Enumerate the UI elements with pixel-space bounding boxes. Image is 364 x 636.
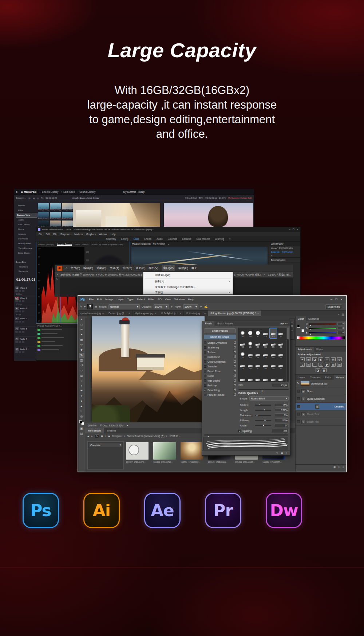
quick-selection-tool-icon[interactable]: ✦	[79, 332, 84, 337]
project-item[interactable]	[36, 332, 78, 336]
menu-help[interactable]: Help	[188, 298, 194, 301]
close-tab-icon[interactable]: ×	[155, 312, 156, 315]
workspace-color-active[interactable]: Color	[134, 238, 139, 240]
media-clip[interactable]: Amalfi_Coast_A...	[38, 212, 49, 219]
menu-view[interactable]: View	[165, 298, 171, 301]
option-smoothing-checked[interactable]: ✓Smoothing	[204, 388, 236, 393]
lumetri-sequence-link[interactable]: Sequence - 4nd Revision	[269, 250, 300, 254]
menu-item-new-window[interactable]: 新建窗口(W)	[143, 272, 233, 278]
brush-preset[interactable]: 50	[269, 349, 277, 360]
gradient-map-adjustment-icon[interactable]: ▩	[322, 368, 327, 372]
breadcrumb-shared-folders[interactable]: Shared Folders (\\vmware-host) (Z:)	[127, 435, 164, 437]
eraser-tool-icon[interactable]: ▱	[79, 368, 84, 373]
option-texture[interactable]: Texture	[204, 350, 236, 355]
levels-adjustment-icon[interactable]: ▦	[306, 357, 311, 361]
doc-tab[interactable]: © Jellyfish.jp...×	[159, 311, 184, 316]
maximize-icon[interactable]: ❐	[293, 228, 294, 231]
thumb-view-icon[interactable]: ▤	[33, 197, 35, 199]
location-select[interactable]: Computer▾	[89, 443, 122, 447]
green-slider[interactable]: ▲	[309, 328, 336, 329]
tab-adjustments[interactable]: Adjustments	[296, 347, 314, 352]
brush-preset[interactable]: 30	[254, 328, 262, 339]
workspace-layout-icon[interactable]: ▦ ▾	[191, 266, 197, 270]
brush-preset[interactable]: 30	[246, 328, 254, 339]
tab-styles[interactable]: Styles	[314, 347, 325, 352]
tab-audio-clip-mixer[interactable]: Audio Clip Mixer: Sequence - 4nd Revisio…	[91, 243, 123, 246]
brush-preset[interactable]	[262, 371, 269, 381]
close-tab-icon[interactable]: ×	[102, 312, 104, 315]
option-color-dynamics[interactable]: Color Dynamics	[204, 359, 236, 364]
menu-edit[interactable]: Edit	[46, 233, 50, 235]
tab-color[interactable]: Color	[296, 316, 306, 321]
brush-tip-shape-item[interactable]: Brush Tip Shape	[204, 335, 236, 339]
timeline-selector[interactable]: My Summer Holiday Edit	[228, 197, 252, 199]
close-tab-icon[interactable]: ×	[128, 312, 130, 315]
bin-item[interactable]: Holiday Reel	[16, 241, 37, 246]
brush-preset[interactable]	[239, 371, 246, 381]
brush-preset-selected[interactable]: 25	[269, 328, 277, 339]
spacing-value[interactable]: 2%	[272, 429, 289, 433]
option-dual-brush[interactable]: Dual Brush	[204, 355, 236, 359]
menu-select-cn[interactable]: 选择(S)	[123, 266, 132, 270]
spacing-checkbox[interactable]: ✓	[238, 430, 241, 432]
menu-help[interactable]: Help	[111, 233, 115, 235]
workspace-overflow-icon[interactable]: »	[229, 238, 231, 240]
delete-brush-icon[interactable]: ▯	[286, 452, 287, 454]
tab-swatches[interactable]: Swatches	[306, 316, 321, 321]
brush-preset[interactable]: 36	[262, 339, 269, 349]
gradient-tool-icon[interactable]: ▥	[79, 373, 84, 378]
file-thumbnail[interactable]	[181, 442, 203, 460]
menu-window[interactable]: Window	[99, 233, 107, 235]
bin-item[interactable]: Extra Shots	[16, 251, 37, 255]
tab-brush[interactable]: Brush	[202, 321, 214, 326]
red-slider[interactable]: ▲	[309, 323, 336, 325]
lock-icon[interactable]	[234, 351, 236, 353]
media-clip[interactable]: Amalfi_Coast_A...	[62, 212, 73, 219]
lock-icon[interactable]	[234, 394, 236, 396]
color-spectrum-bar[interactable]	[297, 336, 345, 339]
lock-icon[interactable]	[234, 370, 236, 372]
project-item[interactable]	[36, 344, 78, 348]
quick-mask-icon[interactable]: ▣	[79, 426, 84, 431]
tab-paths[interactable]: Paths	[323, 375, 334, 380]
bin-item[interactable]: Interviews	[16, 237, 37, 241]
thickness-value[interactable]: 1%	[275, 413, 289, 417]
track-row[interactable]: V2Video 211 Clips	[15, 286, 37, 296]
brush-tool-icon[interactable]: ✎	[80, 305, 82, 308]
zoom-level[interactable]: 66.67%	[88, 424, 96, 427]
type-tool-icon[interactable]: T	[79, 394, 84, 399]
history-row-undone[interactable]: ✎Brush Tool	[296, 410, 346, 418]
bin-item[interactable]: Audio	[16, 218, 37, 222]
history-brush-source-icon[interactable]: ✎	[297, 382, 299, 385]
menu-item-exchange[interactable]: 查找有关 Exchange 的扩展功能...	[143, 284, 233, 290]
menu-layer[interactable]: Layer	[116, 298, 124, 301]
brush-preset[interactable]	[254, 371, 262, 381]
history-brush-tool-icon[interactable]: ↺	[79, 363, 84, 368]
color-swatches-widget[interactable]	[297, 325, 304, 332]
length-slider[interactable]: ▲	[255, 410, 271, 411]
length-value[interactable]: 137%	[275, 408, 289, 412]
dodge-tool-icon[interactable]: ◐	[79, 383, 84, 389]
back-icon[interactable]: ◀	[87, 435, 89, 438]
menu-help-cn[interactable]: 帮助(H)	[178, 266, 188, 270]
curves-adjustment-icon[interactable]: ◪	[312, 357, 317, 361]
tab-timeline[interactable]: Timeline	[104, 428, 119, 433]
bin-item[interactable]: Drone	[16, 227, 37, 232]
path-selection-tool-icon[interactable]: ➤	[79, 399, 84, 404]
ui-toggle-icon[interactable]: ◧	[16, 190, 18, 193]
project-panel-tab[interactable]: Project: Radeon Pro vs R...	[36, 324, 78, 328]
lock-icon[interactable]	[234, 380, 236, 382]
doc-tab-active[interactable]: © Lighthouse.jpg @ 66.7% (RGB/8#) *×	[208, 311, 261, 316]
file-thumbnail[interactable]	[126, 442, 149, 460]
delete-state-icon[interactable]: ▯	[343, 465, 344, 468]
airbrush-icon[interactable]: ✑	[200, 305, 202, 308]
fit-selector[interactable]: Fit	[41, 197, 44, 199]
new-snapshot-icon[interactable]: ◫	[338, 465, 341, 468]
photo-filter-adjustment-icon[interactable]: ◫	[306, 363, 311, 367]
brush-preset[interactable]	[246, 371, 254, 381]
chevron-down-icon[interactable]: ▾	[84, 305, 86, 308]
flow-select[interactable]: 100%▾	[183, 304, 198, 309]
media-clip[interactable]: Amalfi_Coast_A...	[38, 203, 49, 211]
menu-sequence[interactable]: Sequence	[60, 233, 71, 235]
menu-item-arrange[interactable]: 排列(A)›	[143, 279, 233, 284]
